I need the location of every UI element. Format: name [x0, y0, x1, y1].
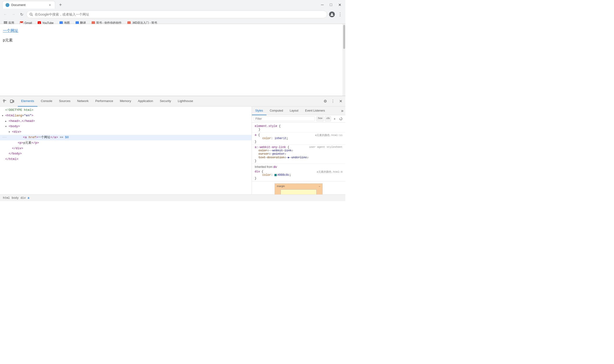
selector-element-style: element.style — [255, 125, 277, 128]
val-cursor-webkit: pointer — [272, 152, 284, 156]
devtools-tabs: Elements Console Sources Network Perform… — [18, 96, 322, 106]
new-tab-button[interactable]: + — [57, 1, 64, 8]
device-toolbar-button[interactable] — [9, 98, 15, 105]
val-text-dec-webkit: ▶ underline — [288, 156, 307, 159]
hov-button[interactable]: :hov — [316, 116, 324, 121]
devtools: Elements Console Sources Network Perform… — [0, 96, 345, 201]
rt-more-button[interactable]: » — [339, 108, 345, 113]
right-panel: Styles Computed Layout Event Listeners »… — [252, 106, 345, 195]
styles-filter-row: :hov .cls + — [252, 115, 345, 123]
margin-label: margin — [277, 185, 285, 187]
dom-panel: <!DOCTYPE html> <html lang="en"> <head>…… — [0, 106, 252, 195]
address-input[interactable] — [35, 13, 324, 16]
source-webkit[interactable]: user agent stylesheet — [309, 146, 343, 148]
dom-line-a[interactable]: ··· <a href>一个网址</a> == $0 — [0, 135, 251, 140]
rt-tab-computed[interactable]: Computed — [266, 106, 286, 115]
box-model-diagram: margin – — [275, 183, 322, 195]
page-link[interactable]: 一个网址 — [3, 28, 18, 33]
rt-tab-layout[interactable]: Layout — [286, 106, 302, 115]
dom-line-body: <body> — [0, 124, 251, 129]
styles-filter-input[interactable] — [254, 116, 315, 121]
devtools-actions: ⚙ ⋮ ✕ — [322, 98, 344, 105]
refresh-style-button[interactable] — [338, 116, 343, 121]
right-tabs: Styles Computed Layout Event Listeners » — [252, 106, 345, 115]
inherited-label: Inherited from div — [252, 164, 345, 169]
add-style-button[interactable]: + — [332, 116, 337, 121]
devtools-main: <!DOCTYPE html> <html lang="en"> <head>…… — [0, 106, 345, 195]
prop-color-a: color — [259, 137, 271, 140]
val-color-webkit: -webkit-link — [271, 149, 291, 152]
tab-security[interactable]: Security — [156, 96, 174, 106]
html-tag: <html — [5, 113, 15, 118]
dom-breadcrumb: html body div a — [0, 195, 345, 201]
tab-close-button[interactable]: × — [48, 3, 52, 7]
settings-button[interactable]: ⚙ — [322, 98, 329, 105]
rt-tab-styles[interactable]: Styles — [252, 106, 266, 115]
prop-text-dec-webkit: text-decoration — [259, 156, 284, 159]
selector-webkit: a:-webkit-any-link — [255, 146, 286, 149]
back-button[interactable]: ← — [2, 11, 9, 18]
svg-rect-5 — [3, 100, 5, 101]
color-swatch-div[interactable] — [274, 174, 277, 176]
scrollbar-thumb[interactable] — [343, 25, 345, 49]
dom-line-html: <html lang="en"> — [0, 113, 251, 118]
browser-chrome: Document × + ─ □ ✕ ← → ↻ — [0, 0, 345, 24]
menu-button[interactable]: ⋮ — [337, 11, 343, 18]
prop-color-webkit: color — [259, 149, 267, 152]
tab-sources[interactable]: Sources — [56, 96, 74, 106]
dom-line-head: <head>…</head> — [0, 118, 251, 124]
breadcrumb-body[interactable]: body — [11, 196, 20, 200]
devtools-icons — [1, 98, 15, 105]
style-rule-a: a { a元素的颜色.html:11 color: inherit; } — [252, 132, 345, 145]
address-bar[interactable] — [26, 11, 327, 18]
close-devtools-button[interactable]: ✕ — [337, 98, 344, 105]
address-bar-row: ← → ↻ ⋮ — [0, 10, 345, 19]
more-options-button[interactable]: ⋮ — [330, 98, 336, 105]
page-paragraph: p元素 — [3, 38, 13, 43]
source-div[interactable]: a元素的颜色.html:8 — [317, 170, 343, 174]
triangle-head[interactable] — [5, 119, 9, 124]
box-model-section: margin – — [252, 181, 345, 195]
svg-marker-11 — [340, 118, 340, 119]
maximize-button[interactable]: □ — [328, 1, 334, 8]
triangle-body[interactable] — [5, 124, 9, 129]
style-rule-element: element.style { } — [252, 124, 345, 132]
margin-dash: – — [319, 185, 321, 188]
selector-a: a — [255, 133, 256, 137]
tab-lighthouse[interactable]: Lighthouse — [174, 96, 196, 106]
inspect-element-button[interactable] — [1, 98, 8, 105]
breadcrumb-html[interactable]: html — [2, 196, 11, 200]
tab-application[interactable]: Application — [135, 96, 157, 106]
minimize-button[interactable]: ─ — [319, 1, 326, 8]
tab-network[interactable]: Network — [74, 96, 92, 106]
triangle-html[interactable] — [2, 113, 5, 118]
val-color-a: inherit — [274, 137, 286, 140]
close-button[interactable]: ✕ — [336, 1, 343, 8]
forward-button[interactable]: → — [10, 11, 17, 18]
styles-content: element.style { } a { a元素的颜色.html:11 — [252, 123, 345, 195]
tab-memory[interactable]: Memory — [117, 96, 135, 106]
tab-favicon — [5, 3, 9, 7]
dots-button[interactable]: ··· — [2, 136, 7, 139]
source-a[interactable]: a元素的颜色.html:11 — [315, 133, 343, 137]
tab-performance[interactable]: Performance — [92, 96, 116, 106]
browser-tab[interactable]: Document × — [2, 1, 55, 9]
profile-button[interactable] — [329, 11, 335, 18]
devtools-header: Elements Console Sources Network Perform… — [0, 96, 345, 106]
breadcrumb-a[interactable]: a — [27, 196, 30, 200]
title-bar: Document × + ─ □ ✕ — [0, 0, 345, 10]
tab-console[interactable]: Console — [37, 96, 56, 106]
breadcrumb-div[interactable]: div — [20, 196, 27, 200]
prop-color-div: color — [259, 173, 271, 177]
tab-elements[interactable]: Elements — [18, 96, 37, 106]
svg-line-1 — [32, 15, 33, 16]
page-content: 一个网址 p元素 — [0, 24, 345, 96]
page-scrollbar[interactable] — [343, 24, 345, 96]
rt-tab-event-listeners[interactable]: Event Listeners — [302, 106, 328, 115]
search-icon — [29, 13, 33, 16]
cls-button[interactable]: .cls — [325, 116, 331, 121]
dom-line-html-close: </html> — [0, 157, 251, 162]
triangle-div[interactable] — [9, 130, 12, 135]
reload-button[interactable]: ↻ — [18, 11, 25, 18]
dom-line-doctype: <!DOCTYPE html> — [0, 107, 251, 113]
